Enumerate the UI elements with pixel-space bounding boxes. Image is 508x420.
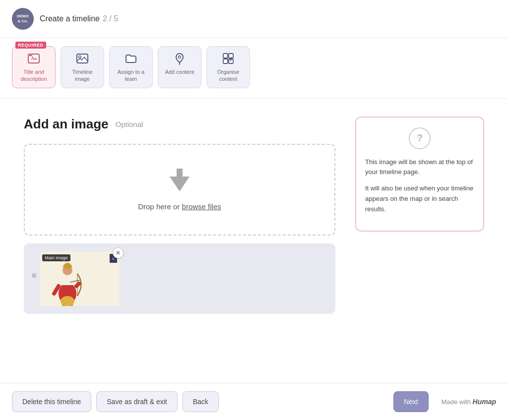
step-label-team: Assign to a team	[114, 68, 148, 83]
made-with: Made with Humap	[442, 398, 496, 406]
step-label-title: Title and description	[16, 68, 51, 83]
step-label-image: Timeline image	[65, 68, 100, 83]
step-add-content[interactable]: Add content	[158, 46, 201, 88]
svg-text:Aa: Aa	[31, 56, 37, 61]
page-title: Add an image	[24, 117, 108, 132]
back-button[interactable]: Back	[183, 391, 219, 412]
svg-point-18	[64, 263, 70, 267]
step-assign-team[interactable]: Assign to a team	[109, 46, 153, 88]
drop-zone-text: Drop here or browse files	[138, 202, 221, 211]
help-box: ? This image will be shown at the top of…	[355, 117, 484, 232]
header: DEMO & Co. Create a timeline 2 / 5	[0, 0, 508, 38]
content-left: Add an image Optional Drop here or brows…	[24, 117, 335, 365]
step-organise-content[interactable]: Organise content	[206, 46, 250, 88]
drop-arrow-icon	[170, 177, 190, 191]
svg-point-26	[61, 296, 74, 306]
help-text-2: It will also be used when your timeline …	[365, 183, 474, 214]
save-draft-button[interactable]: Save as draft & exit	[96, 391, 177, 412]
next-button[interactable]: Next	[393, 391, 429, 412]
step-label-content: Add content	[165, 68, 194, 75]
image-item: ≡ Main image ⚔	[32, 251, 121, 306]
step-label-organise: Organise content	[211, 68, 246, 83]
image-thumb-container: Main image ⚔	[40, 251, 120, 306]
logo-avatar: DEMO & Co.	[12, 8, 34, 30]
svg-rect-8	[229, 54, 233, 58]
svg-rect-7	[223, 54, 228, 58]
step-navigation: REQUIRED Aa Title and description Timeli…	[0, 38, 508, 99]
delete-timeline-button[interactable]: Delete this timeline	[12, 391, 91, 412]
folder-icon	[124, 52, 138, 65]
optional-label: Optional	[115, 120, 143, 128]
drop-zone[interactable]: Drop here or browse files	[24, 144, 335, 236]
help-text-1: This image will be shown at the top of y…	[365, 157, 474, 178]
step-timeline-image[interactable]: Timeline image	[61, 46, 104, 88]
section-title: Add an image Optional	[24, 117, 335, 132]
pin-icon	[173, 52, 187, 65]
svg-rect-9	[223, 59, 228, 63]
help-icon: ?	[409, 127, 431, 149]
browse-files-link[interactable]: browse files	[182, 202, 221, 211]
main-content: Add an image Optional Drop here or brows…	[0, 99, 508, 383]
header-step: 2 / 5	[103, 14, 118, 23]
required-badge: REQUIRED	[15, 42, 46, 49]
step-title-description[interactable]: REQUIRED Aa Title and description	[12, 46, 56, 88]
image-preview-area: ≡ Main image ⚔	[24, 243, 335, 314]
content-right: ? This image will be shown at the top of…	[355, 117, 484, 365]
remove-image-button[interactable]: ✕	[113, 247, 124, 258]
main-image-label: Main image	[42, 254, 70, 261]
svg-rect-3	[77, 54, 88, 63]
drag-handle[interactable]: ≡	[32, 271, 36, 280]
footer: Delete this timeline Save as draft & exi…	[0, 383, 508, 420]
header-title: Create a timeline	[40, 14, 100, 23]
grid-icon	[221, 52, 235, 65]
text-icon: Aa	[27, 52, 41, 65]
image-icon	[75, 52, 89, 65]
